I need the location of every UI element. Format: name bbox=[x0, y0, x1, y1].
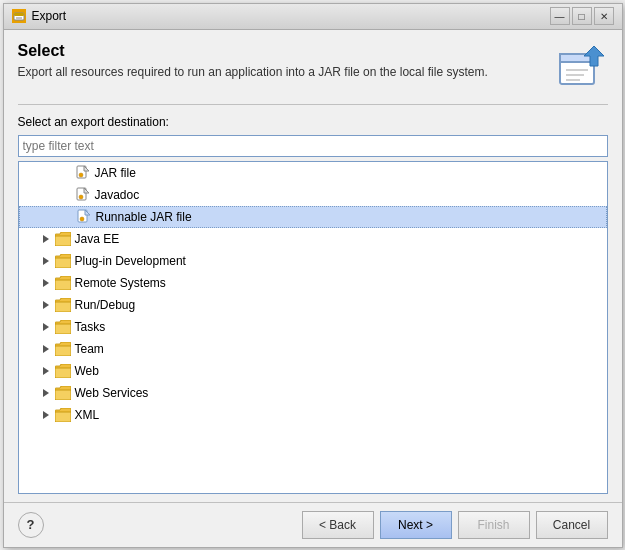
remote-folder-icon bbox=[55, 275, 71, 291]
header-divider bbox=[18, 104, 608, 105]
expand-arrow-remote bbox=[39, 276, 53, 290]
tree-label-run-debug: Run/Debug bbox=[75, 298, 136, 312]
finish-button[interactable]: Finish bbox=[458, 511, 530, 539]
tree-scroll[interactable]: JAR file Javadoc bbox=[19, 162, 607, 493]
button-row: ? < Back Next > Finish Cancel bbox=[18, 511, 608, 539]
bottom-area: ? < Back Next > Finish Cancel bbox=[4, 502, 622, 547]
tree-label-web-services: Web Services bbox=[75, 386, 149, 400]
title-bar-left: Export bbox=[12, 9, 67, 23]
tree-label-team: Team bbox=[75, 342, 104, 356]
tree-label-xml: XML bbox=[75, 408, 100, 422]
tree-item-web-services[interactable]: Web Services bbox=[19, 382, 607, 404]
tree-label-tasks: Tasks bbox=[75, 320, 106, 334]
svg-point-10 bbox=[79, 173, 83, 177]
tree-item-runnable-jar[interactable]: Runnable JAR file bbox=[19, 206, 607, 228]
header-text: Select Export all resources required to … bbox=[18, 42, 546, 81]
runnable-jar-icon bbox=[76, 209, 92, 225]
title-bar: Export — □ ✕ bbox=[4, 4, 622, 30]
content-area: Select Export all resources required to … bbox=[4, 30, 622, 502]
header-section: Select Export all resources required to … bbox=[18, 42, 608, 94]
back-button[interactable]: < Back bbox=[302, 511, 374, 539]
window-title: Export bbox=[32, 9, 67, 23]
filter-input[interactable] bbox=[18, 135, 608, 157]
export-dialog: Export — □ ✕ Select Export all resources… bbox=[3, 3, 623, 548]
team-folder-icon bbox=[55, 341, 71, 357]
window-controls: — □ ✕ bbox=[550, 7, 614, 25]
xml-folder-icon bbox=[55, 407, 71, 423]
expand-arrow-java-ee bbox=[39, 232, 53, 246]
header-description: Export all resources required to run an … bbox=[18, 64, 546, 81]
next-button[interactable]: Next > bbox=[380, 511, 452, 539]
expand-spacer bbox=[60, 210, 74, 224]
jar-file-icon bbox=[75, 165, 91, 181]
plugin-folder-icon bbox=[55, 253, 71, 269]
expand-spacer bbox=[59, 188, 73, 202]
javadoc-icon bbox=[75, 187, 91, 203]
tree-item-team[interactable]: Team bbox=[19, 338, 607, 360]
tree-item-tasks[interactable]: Tasks bbox=[19, 316, 607, 338]
tree-label-runnable-jar: Runnable JAR file bbox=[96, 210, 192, 224]
cancel-button[interactable]: Cancel bbox=[536, 511, 608, 539]
web-folder-icon bbox=[55, 363, 71, 379]
expand-arrow-xml bbox=[39, 408, 53, 422]
svg-point-14 bbox=[80, 217, 84, 221]
tree-item-jar-file[interactable]: JAR file bbox=[19, 162, 607, 184]
maximize-button[interactable]: □ bbox=[572, 7, 592, 25]
export-icon bbox=[556, 42, 608, 94]
tree-label-jar-file: JAR file bbox=[95, 166, 136, 180]
tasks-folder-icon bbox=[55, 319, 71, 335]
expand-arrow-run-debug bbox=[39, 298, 53, 312]
tree-container: JAR file Javadoc bbox=[18, 161, 608, 494]
web-services-folder-icon bbox=[55, 385, 71, 401]
svg-point-12 bbox=[79, 195, 83, 199]
expand-arrow-team bbox=[39, 342, 53, 356]
java-ee-folder-icon bbox=[55, 231, 71, 247]
tree-item-java-ee[interactable]: Java EE bbox=[19, 228, 607, 250]
tree-item-web[interactable]: Web bbox=[19, 360, 607, 382]
expand-arrow-web bbox=[39, 364, 53, 378]
tree-item-run-debug[interactable]: Run/Debug bbox=[19, 294, 607, 316]
tree-item-xml[interactable]: XML bbox=[19, 404, 607, 426]
run-debug-folder-icon bbox=[55, 297, 71, 313]
tree-label-javadoc: Javadoc bbox=[95, 188, 140, 202]
tree-item-javadoc[interactable]: Javadoc bbox=[19, 184, 607, 206]
tree-label-remote-systems: Remote Systems bbox=[75, 276, 166, 290]
action-buttons: < Back Next > Finish Cancel bbox=[302, 511, 608, 539]
tree-label-java-ee: Java EE bbox=[75, 232, 120, 246]
window-icon bbox=[12, 9, 26, 23]
tree-label-web: Web bbox=[75, 364, 99, 378]
help-button[interactable]: ? bbox=[18, 512, 44, 538]
expand-arrow-web-services bbox=[39, 386, 53, 400]
svg-rect-1 bbox=[14, 13, 24, 16]
minimize-button[interactable]: — bbox=[550, 7, 570, 25]
tree-label-plugin-dev: Plug-in Development bbox=[75, 254, 186, 268]
tree-item-remote-systems[interactable]: Remote Systems bbox=[19, 272, 607, 294]
close-button[interactable]: ✕ bbox=[594, 7, 614, 25]
tree-item-plugin-dev[interactable]: Plug-in Development bbox=[19, 250, 607, 272]
expand-spacer bbox=[59, 166, 73, 180]
expand-arrow-tasks bbox=[39, 320, 53, 334]
filter-label: Select an export destination: bbox=[18, 115, 608, 129]
header-title: Select bbox=[18, 42, 546, 60]
expand-arrow-plugin bbox=[39, 254, 53, 268]
